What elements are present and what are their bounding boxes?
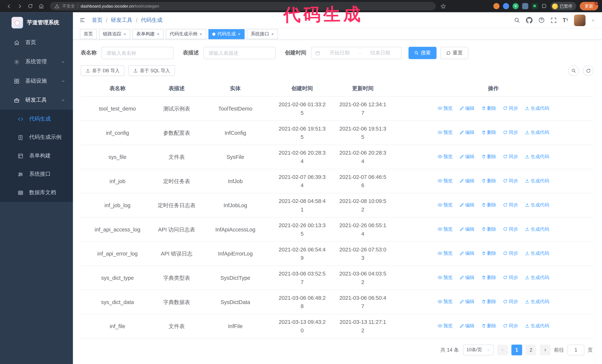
app-logo[interactable]: 芋道管理系统 [0, 12, 73, 33]
reset-button[interactable]: 重置 [440, 47, 468, 59]
date-range-picker[interactable]: 开始日期 - 结束日期 [311, 47, 402, 59]
extension-people-icon[interactable] [522, 3, 528, 9]
preview-action[interactable]: 预览 [438, 152, 452, 161]
tab-system-api[interactable]: 系统接口 [247, 29, 278, 39]
sync-action[interactable]: 同步 [503, 322, 518, 330]
edit-action[interactable]: 编辑 [459, 249, 474, 258]
generate-code-action[interactable]: 生成代码 [525, 201, 549, 209]
generate-code-action[interactable]: 生成代码 [525, 104, 549, 113]
generate-code-action[interactable]: 生成代码 [525, 128, 549, 137]
edit-action[interactable]: 编辑 [459, 225, 474, 233]
sidebar-item-db-doc[interactable]: 数据库文档 [0, 184, 73, 202]
sync-action[interactable]: 同步 [503, 152, 518, 161]
generate-code-action[interactable]: 生成代码 [525, 322, 549, 330]
sidebar-item-home[interactable]: 首页 [0, 33, 73, 52]
sync-action[interactable]: 同步 [503, 104, 518, 113]
back-icon[interactable] [4, 1, 14, 11]
paused-badge[interactable]: 已暂停 [550, 2, 576, 10]
sync-action[interactable]: 同步 [503, 297, 518, 306]
extensions-puzzle-icon[interactable] [541, 3, 547, 9]
sync-action[interactable]: 同步 [503, 201, 518, 209]
sync-action[interactable]: 同步 [503, 249, 518, 258]
import-sql-button[interactable]: 基于 SQL 导入 [128, 65, 175, 76]
edit-action[interactable]: 编辑 [459, 152, 474, 161]
bookmark-star-icon[interactable] [440, 3, 446, 9]
preview-action[interactable]: 预览 [438, 273, 452, 282]
next-page-button[interactable] [540, 344, 550, 355]
tab-home[interactable]: 首页 [80, 29, 97, 39]
breadcrumb-home[interactable]: 首页 [92, 17, 102, 23]
close-icon[interactable] [238, 32, 241, 36]
help-icon[interactable] [538, 17, 545, 23]
close-icon[interactable] [157, 32, 160, 36]
sidebar-item-codegen-example[interactable]: 代码生成示例 [0, 128, 73, 146]
goto-page-input[interactable] [567, 344, 584, 355]
fullscreen-icon[interactable] [551, 17, 557, 23]
page-size-select[interactable]: 10条/页 [463, 344, 494, 355]
delete-action[interactable]: 删除 [481, 249, 496, 258]
generate-code-action[interactable]: 生成代码 [525, 297, 549, 306]
sidebar-item-form-builder[interactable]: 表单构建 [0, 147, 73, 165]
sidebar-item-codegen[interactable]: 代码生成 [0, 110, 73, 128]
extension-orange-icon[interactable] [493, 3, 499, 9]
reload-icon[interactable] [25, 1, 35, 11]
forward-icon[interactable] [15, 1, 25, 11]
sync-action[interactable]: 同步 [503, 225, 518, 233]
generate-code-action[interactable]: 生成代码 [525, 225, 549, 233]
sync-action[interactable]: 同步 [503, 177, 518, 185]
sync-action[interactable]: 同步 [503, 128, 518, 137]
home-nav-icon[interactable] [36, 1, 46, 11]
edit-action[interactable]: 编辑 [459, 128, 474, 137]
toggle-search-button[interactable] [568, 65, 579, 76]
delete-action[interactable]: 删除 [481, 152, 496, 161]
generate-code-action[interactable]: 生成代码 [525, 152, 549, 161]
table-name-input[interactable] [101, 47, 173, 59]
preview-action[interactable]: 预览 [438, 322, 452, 330]
preview-action[interactable]: 预览 [438, 201, 452, 209]
preview-action[interactable]: 预览 [438, 128, 452, 137]
sidebar-fold-icon[interactable] [79, 17, 86, 23]
search-icon[interactable] [514, 17, 520, 23]
close-icon[interactable] [199, 32, 203, 36]
sync-action[interactable]: 同步 [503, 273, 518, 282]
edit-action[interactable]: 编辑 [459, 104, 474, 113]
font-size-icon[interactable]: TT [563, 17, 568, 23]
edit-action[interactable]: 编辑 [459, 201, 474, 209]
extension-blue-icon[interactable] [503, 3, 509, 9]
preview-action[interactable]: 预览 [438, 177, 452, 185]
address-bar[interactable]: 不安全 dashboard.yudao.iocoder.cn/tool/code… [50, 2, 436, 10]
refresh-button[interactable] [583, 65, 593, 76]
preview-action[interactable]: 预览 [438, 249, 452, 258]
delete-action[interactable]: 删除 [481, 177, 496, 185]
search-button[interactable]: 搜索 [408, 47, 436, 59]
edit-action[interactable]: 编辑 [459, 297, 474, 306]
avatar-caret-icon[interactable] [591, 18, 595, 22]
delete-action[interactable]: 删除 [481, 322, 496, 330]
tab-codegen-example[interactable]: 代码生成示例 [166, 29, 206, 39]
page-1-button[interactable]: 1 [511, 344, 522, 355]
delete-action[interactable]: 删除 [481, 128, 496, 137]
generate-code-action[interactable]: 生成代码 [525, 249, 549, 258]
delete-action[interactable]: 删除 [481, 297, 496, 306]
extension-dark-icon[interactable] [532, 3, 538, 9]
tab-codegen[interactable]: 代码生成 [208, 29, 245, 39]
close-icon[interactable] [271, 32, 274, 36]
delete-action[interactable]: 删除 [481, 201, 496, 209]
delete-action[interactable]: 删除 [481, 273, 496, 282]
sidebar-item-system-api[interactable]: 系统接口 [0, 165, 73, 183]
delete-action[interactable]: 删除 [481, 225, 496, 233]
generate-code-action[interactable]: 生成代码 [525, 177, 549, 185]
table-desc-input[interactable] [204, 47, 276, 59]
breadcrumb-devtools[interactable]: 研发工具 [111, 17, 132, 23]
edit-action[interactable]: 编辑 [459, 273, 474, 282]
browser-update-button[interactable]: 更新 [580, 2, 598, 10]
preview-action[interactable]: 预览 [438, 225, 452, 233]
import-db-button[interactable]: 基于 DB 导入 [81, 65, 124, 76]
delete-action[interactable]: 删除 [481, 104, 496, 113]
github-icon[interactable] [526, 17, 533, 23]
tab-form-builder[interactable]: 表单构建 [132, 29, 163, 39]
vue-devtools-icon[interactable]: V [513, 3, 519, 9]
edit-action[interactable]: 编辑 [459, 322, 474, 330]
tab-tracing[interactable]: 链路追踪 [99, 29, 130, 39]
preview-action[interactable]: 预览 [438, 104, 452, 113]
